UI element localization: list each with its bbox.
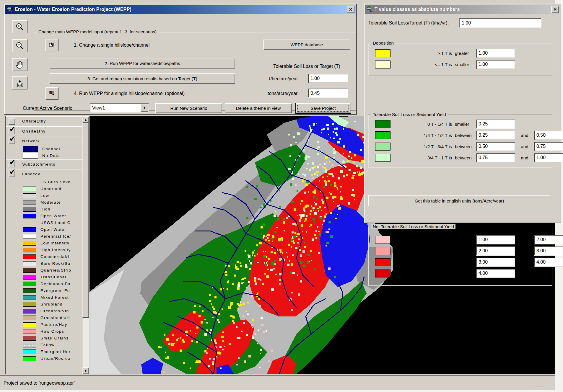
save-project-button[interactable]: Save Project — [296, 103, 350, 113]
add-layer-button[interactable] — [12, 76, 27, 89]
t-value-dialog: T value classes as absolute numbers ✕ To… — [364, 4, 561, 223]
legend-item: Evergreen Fo — [6, 287, 82, 294]
zoom-out-button[interactable] — [12, 39, 27, 52]
legend-swatch — [23, 309, 36, 313]
zoom-in-icon — [15, 22, 24, 31]
theme-label: Onsite1thy — [22, 129, 46, 133]
legend-theme-offsite1thy[interactable]: Offsite1thy — [6, 116, 82, 126]
main-close-button[interactable]: ✕ — [347, 6, 354, 13]
theme-checkbox[interactable]: ✔ — [9, 128, 15, 134]
scroll-up-button[interactable]: ▲ — [82, 116, 89, 123]
zoom-in-button[interactable] — [12, 20, 27, 33]
theme-checkbox[interactable] — [9, 118, 15, 125]
class-upper-value-input[interactable]: 1.00 — [534, 153, 563, 162]
theme-checkbox[interactable]: ✔ — [9, 138, 15, 144]
target-label: Tolerable Soil Loss/Target (T) (t/ha/yr)… — [368, 20, 449, 26]
legend-item: No Data — [6, 152, 82, 159]
theme-checkbox[interactable]: ✔ — [9, 161, 15, 167]
legend-item: Perennial Ice/ — [6, 233, 82, 240]
scenario-combobox[interactable]: View1 ▼ — [90, 103, 149, 113]
tolerable-groupbox: Tolerable Soil Loss or Sediment Yield 0 … — [368, 115, 552, 168]
class-range-label: 1 T - 2 T is — [390, 237, 455, 242]
class-upper-value-input[interactable]: 0.75 — [534, 142, 563, 151]
legend-item-label: Open Water — [40, 227, 66, 232]
class-row: 1/2 T - 3/4 T isbetween0.50and0.75 — [369, 141, 552, 152]
legend-item-label: Emergent Her — [40, 349, 71, 354]
class-upper-value-input[interactable]: 3.00 — [534, 246, 563, 256]
class-value-input[interactable]: 2.00 — [476, 246, 515, 256]
legend-item-label: Quarries/Strip — [40, 268, 71, 272]
class-upper-value-input[interactable]: 4.00 — [534, 258, 563, 267]
delete-theme-button[interactable]: Delete a theme in view — [225, 103, 292, 113]
legend-swatch — [23, 200, 36, 205]
change-hillslope-button[interactable] — [45, 39, 58, 51]
legend-swatch — [23, 295, 36, 300]
legend-scrollbar[interactable]: ▲ ▼ — [82, 116, 89, 374]
legend-item-label: High Intensity — [40, 248, 71, 252]
class-value-input[interactable]: 1.00 — [476, 60, 515, 69]
class-upper-value-input[interactable]: 0.50 — [534, 131, 563, 140]
class-relation-label: between — [455, 155, 476, 160]
legend-item: Grasslands/H — [6, 314, 82, 321]
scroll-down-button[interactable]: ▼ — [82, 368, 89, 374]
legend-theme-subcatchments[interactable]: ✔Subcatchments — [6, 159, 82, 169]
legend-swatch — [23, 254, 36, 259]
class-value-input[interactable]: 0.50 — [476, 142, 515, 151]
english-value-input[interactable]: 0.45 — [308, 89, 348, 98]
bottom-edge-strip — [0, 390, 563, 392]
legend-theme-landcov[interactable]: ✔Landcov — [6, 169, 82, 179]
class-upper-value-input[interactable]: 2.00 — [534, 235, 563, 244]
run-new-scenario-button[interactable]: Run New Scenario — [155, 103, 222, 113]
class-value-input[interactable]: 0.25 — [476, 120, 515, 129]
class-value-input[interactable]: 1.00 — [476, 49, 515, 58]
arrow-down-icon: ▼ — [84, 369, 87, 373]
chevron-down-icon: ▼ — [143, 106, 146, 110]
main-titlebar[interactable]: Erosion - Water Erosion Prediction Proje… — [5, 5, 356, 14]
check-icon: ✔ — [9, 168, 16, 176]
and-label: and — [515, 237, 534, 242]
class-value-input[interactable]: 0.75 — [476, 153, 515, 162]
legend-swatch — [23, 261, 36, 266]
main-toolbar — [12, 20, 29, 95]
and-label: and — [515, 249, 534, 254]
legend-item: USGS Land C — [6, 219, 82, 226]
run-wepp-button[interactable]: 2. Run WEPP for watershed/flowpaths — [50, 58, 235, 68]
step4-label: 4. Run WEPP for a single hillslope/chann… — [74, 91, 185, 96]
resize-grip[interactable] — [535, 379, 542, 386]
desktop: Offsite1thy✔Onsite1thy✔NetworkChannelNo … — [0, 0, 563, 392]
legend-item: Quarries/Strip — [6, 267, 82, 274]
legend-theme-network[interactable]: ✔Network — [6, 136, 82, 146]
theme-label: Network — [22, 139, 40, 143]
remap-results-button[interactable]: 3. Get and remap simulation results base… — [50, 73, 235, 84]
scroll-thumb[interactable] — [82, 123, 89, 318]
legend-item: FS Burn Seve — [6, 179, 82, 185]
class-value-input[interactable]: 3.00 — [476, 258, 515, 267]
legend-item-label: Open Water — [40, 214, 66, 218]
legend-swatch — [23, 248, 36, 252]
target-value-input[interactable]: 1.00 — [459, 18, 541, 28]
legend-swatch — [23, 356, 36, 361]
legend-item-label: Perennial Ice/ — [40, 234, 71, 239]
legend-swatch — [23, 214, 36, 218]
theme-checkbox[interactable]: ✔ — [9, 171, 15, 177]
and-label: and — [515, 155, 534, 160]
legend-swatch — [23, 227, 36, 232]
wepp-database-button[interactable]: WEPP database — [263, 40, 350, 50]
class-row: 3/4 T - 1 T isbetween0.75and1.00 — [369, 152, 552, 163]
class-relation-label: between — [455, 133, 476, 138]
t-dialog-titlebar[interactable]: T value classes as absolute numbers ✕ — [365, 5, 560, 14]
combo-dropdown-button[interactable]: ▼ — [141, 104, 148, 112]
class-value-input[interactable]: 1.00 — [476, 235, 515, 244]
legend-item-label: Fallow — [40, 343, 55, 347]
not-tolerable-title: Not Tolerable Soil Loss or Sediment Yiel… — [371, 224, 455, 229]
class-row: 2 T - 3 T isbetween2.00and3.00 — [369, 246, 552, 256]
pan-button[interactable] — [12, 58, 27, 71]
t-dialog-close-button[interactable]: ✕ — [551, 6, 559, 13]
metric-value-input[interactable]: 1.00 — [308, 74, 348, 83]
class-value-input[interactable]: 0.25 — [476, 131, 515, 140]
class-value-input[interactable]: 4.00 — [476, 269, 515, 278]
run-single-button[interactable] — [45, 87, 58, 100]
legend-theme-onsite1thy[interactable]: ✔Onsite1thy — [6, 126, 82, 136]
english-units-button[interactable]: Get this table in english units (tons/Ac… — [368, 195, 550, 206]
select-hillslope-icon — [48, 42, 56, 49]
